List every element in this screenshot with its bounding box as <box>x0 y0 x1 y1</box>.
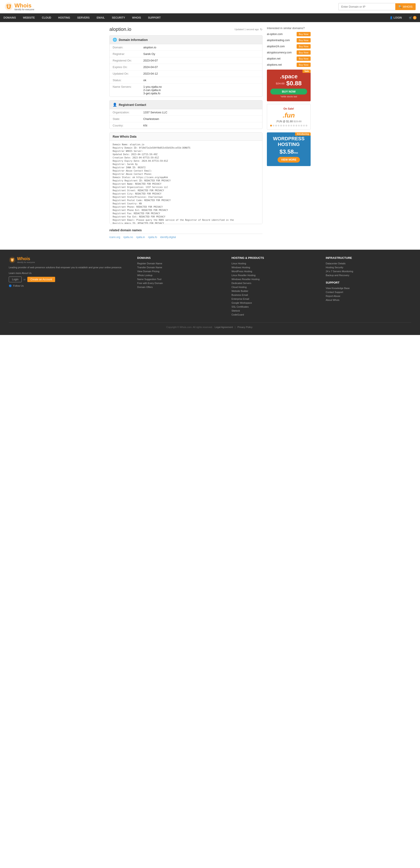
raw-whois-title: Raw Whois Data <box>109 133 262 141</box>
footer-link[interactable]: Business Email <box>231 293 317 296</box>
nav-support[interactable]: SUPPORT <box>144 13 164 22</box>
wp-price: $3.58/mo <box>270 148 307 155</box>
nav-cloud[interactable]: CLOUD <box>38 13 55 22</box>
footer-link[interactable]: 24 x 7 Servers Monitoring <box>326 270 411 273</box>
footer-logo-text: Whois <box>17 256 35 261</box>
similar-domain-item: al-option.com Buy Now <box>267 32 311 36</box>
footer-link[interactable]: View Domain Pricing <box>137 270 223 273</box>
logo-tagline: Identify for everyone <box>14 8 34 11</box>
similar-domain-item: aloption.net Buy Now <box>267 57 311 61</box>
footer-domains-col: Domains Register Domain Name Transfer Do… <box>137 256 223 317</box>
refresh-icon[interactable]: ↻ <box>260 28 262 31</box>
page-title-row: aloption.io Updated 1 second ago ↻ <box>109 27 262 32</box>
footer-link[interactable]: About Whois <box>326 299 411 301</box>
buy-now-button[interactable]: Buy Now <box>297 32 311 36</box>
buy-now-button[interactable]: Buy Now <box>297 38 311 42</box>
footer-link[interactable]: Whois Lookup <box>137 274 223 277</box>
footer-link[interactable]: View Knowledge Base <box>326 287 411 289</box>
table-row: Registered On: 2023-04-07 <box>109 57 262 64</box>
space-promo-box: Sale .space $24.88 $0.88 BUY NOW *while … <box>267 69 311 101</box>
dot <box>300 125 302 126</box>
dot <box>291 125 292 126</box>
space-buy-button[interactable]: BUY NOW <box>270 89 307 95</box>
footer-learn-more[interactable]: Learn more About Us <box>9 272 128 274</box>
related-link[interactable]: njalla.in <box>136 236 145 239</box>
table-row: State: Charlestown <box>109 116 262 122</box>
footer-link[interactable]: Backup and Recovery <box>326 274 411 277</box>
table-row: Status: ok <box>109 77 262 84</box>
related-link[interactable]: identify.digital <box>160 236 176 239</box>
raw-whois-content[interactable]: Domain Name: aloption.io Registry Domain… <box>109 141 262 224</box>
footer-description: Leading provider of web presence solutio… <box>9 266 128 270</box>
table-row: Name Servers: 1-you.njalla.no 2-can.njal… <box>109 84 262 97</box>
space-promo-note: *while stocks last <box>270 95 307 98</box>
nav-email[interactable]: EMAIL <box>93 13 108 22</box>
footer-link[interactable]: Report Abuse <box>326 295 411 297</box>
dot <box>293 125 295 126</box>
footer-link[interactable]: Transfer Domain Name <box>137 266 223 269</box>
wp-promo-box: Introducing WORDPRESS HOSTING $3.58/mo V… <box>267 132 311 166</box>
logo: Whois Identify for everyone <box>4 2 34 11</box>
left-column: aloption.io Updated 1 second ago ↻ 🌐 Dom… <box>109 27 262 239</box>
fun-promo-box: On Sale! .fun .FUN @ $1.88 $23.88 <box>267 104 311 130</box>
buy-now-button[interactable]: Buy Now <box>297 50 311 55</box>
footer-link[interactable]: Linux Reseller Hosting <box>231 274 317 277</box>
dot <box>273 125 274 126</box>
nav-domains[interactable]: DOMAINS <box>0 13 20 22</box>
footer-link[interactable]: CodeGuard <box>231 313 317 316</box>
footer-link[interactable]: Sitelock <box>231 309 317 312</box>
footer-login-button[interactable]: Login <box>9 277 22 282</box>
footer-link[interactable]: Free with Every Domain <box>137 282 223 284</box>
footer-link[interactable]: Linux Hosting <box>231 262 317 265</box>
related-link[interactable]: njalla.no <box>123 236 133 239</box>
nav-login[interactable]: 👤 LOGIN <box>386 13 405 22</box>
footer-link[interactable]: Hosting Security <box>326 266 411 269</box>
related-link[interactable]: njalla.fo <box>148 236 157 239</box>
search-input[interactable] <box>338 3 395 10</box>
footer-link[interactable]: Windows Reseller Hosting <box>231 278 317 280</box>
copyright-text: Copyright © Whois.com. All rights reserv… <box>166 326 213 329</box>
nav-hosting[interactable]: HOSTING <box>55 13 74 22</box>
footer-link[interactable]: Google Workspace <box>231 302 317 304</box>
footer-link[interactable]: Website Builder <box>231 290 317 292</box>
registrant-table: Organization: 1337 Services LLC State: C… <box>109 109 262 129</box>
logo-brand: Whois <box>14 3 34 8</box>
related-link[interactable]: icann.org <box>109 236 120 239</box>
wp-title-line2: HOSTING <box>270 142 307 147</box>
buy-now-button[interactable]: Buy Now <box>297 57 311 61</box>
nav-whois[interactable]: WHOIS <box>129 13 144 22</box>
footer-link[interactable]: WordPress Hosting <box>231 270 317 273</box>
dot <box>278 125 280 126</box>
dot <box>305 125 308 126</box>
footer-link[interactable]: Contact Support <box>326 291 411 293</box>
footer-link[interactable]: Domain Offers <box>137 286 223 288</box>
nav-servers[interactable]: SERVERS <box>74 13 93 22</box>
privacy-policy-link[interactable]: Privacy Policy <box>237 326 252 329</box>
footer-create-account-button[interactable]: Create an Account <box>27 277 55 282</box>
footer-link[interactable]: Enterprise Email <box>231 298 317 300</box>
nav-cart[interactable]: 🛒 0 <box>405 13 420 22</box>
search-button[interactable]: 🔍 WHOIS <box>395 3 416 10</box>
new-price: $0.88 <box>286 80 302 87</box>
cart-badge: 0 <box>413 16 417 20</box>
footer-link[interactable]: Dedicated Servers <box>231 282 317 284</box>
footer-link[interactable]: Cloud Hosting <box>231 286 317 288</box>
table-row: Registrar: Sarek Oy <box>109 51 262 57</box>
sale-badge: Sale <box>302 69 311 73</box>
footer-link[interactable]: Register Domain Name <box>137 262 223 265</box>
footer-link[interactable]: Name Suggestion Tool <box>137 278 223 280</box>
updated-text: Updated 1 second ago <box>234 28 259 31</box>
footer-link[interactable]: Windows Hosting <box>231 266 317 269</box>
footer-link[interactable]: SSL Certificates <box>231 306 317 308</box>
footer-link[interactable]: Datacenter Details <box>326 262 411 265</box>
raw-whois-box: Raw Whois Data Domain Name: aloption.io … <box>109 132 262 224</box>
table-row: Updated On: 2023-04-12 <box>109 70 262 77</box>
nav-security[interactable]: SECURITY <box>108 13 129 22</box>
nav-website[interactable]: WEBSITE <box>20 13 38 22</box>
table-row: Expires On: 2024-04-07 <box>109 64 262 70</box>
buy-now-button[interactable]: Buy Now <box>297 44 311 49</box>
legal-agreement-link[interactable]: Legal Agreement <box>215 326 233 329</box>
search-icon: 🔍 <box>398 5 402 8</box>
buy-now-button[interactable]: Buy Now <box>297 63 311 67</box>
wp-view-more-button[interactable]: VIEW MORE <box>278 157 300 162</box>
